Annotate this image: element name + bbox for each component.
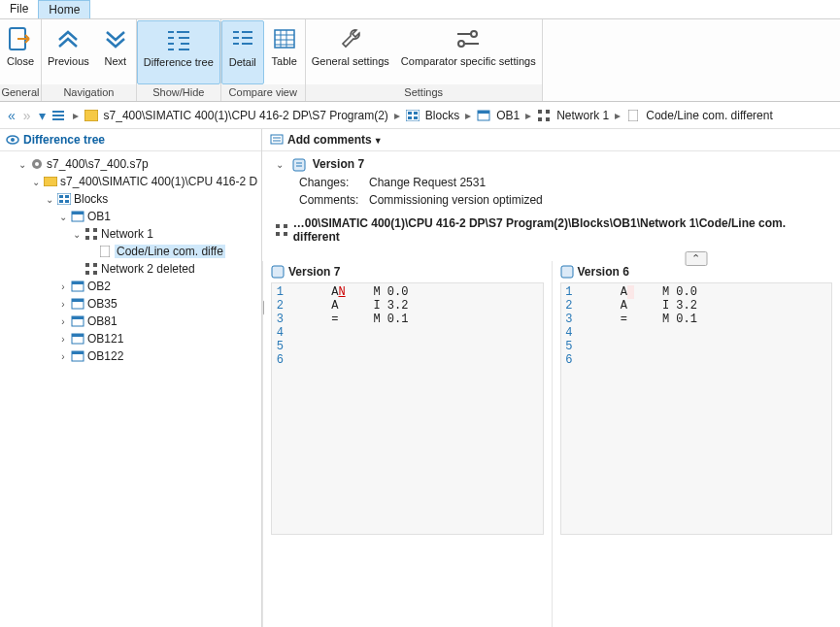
tree-blocks[interactable]: ⌄Blocks [2, 190, 259, 208]
svg-rect-9 [408, 112, 412, 115]
group-compare: Compare view [221, 84, 305, 101]
comments-value: Commissioning version optimized [369, 193, 543, 207]
tree-net2[interactable]: Network 2 deleted [2, 260, 259, 278]
menu-file[interactable]: File [0, 0, 38, 18]
list-icon [51, 109, 65, 122]
crumb-network[interactable]: Network 1 [556, 109, 609, 122]
chevron-down-double-icon [101, 24, 130, 53]
block-icon [70, 297, 85, 311]
svg-rect-57 [272, 266, 284, 278]
crumb-leaf[interactable]: Code/Line com. different [646, 109, 773, 122]
block-icon [70, 332, 85, 346]
tree-net1[interactable]: ⌄Network 1 [2, 225, 259, 243]
previous-button[interactable]: Previous [42, 20, 95, 84]
difference-tree-panel: Difference tree ⌄s7_400\s7_400.s7p ⌄s7_4… [0, 129, 262, 627]
svg-rect-50 [72, 351, 84, 354]
table-button[interactable]: Table [264, 20, 305, 84]
svg-rect-28 [59, 200, 63, 203]
code-left-column: Version 7 1 AN M 0.02 A I 3.23 = M 0.145… [262, 261, 552, 627]
svg-point-3 [458, 41, 464, 47]
code-line: 5 [561, 340, 832, 353]
svg-rect-31 [72, 212, 84, 214]
crumb-blocks[interactable]: Blocks [425, 109, 459, 122]
detail-button[interactable]: Detail [221, 20, 264, 84]
svg-rect-10 [414, 112, 418, 115]
network-icon [84, 227, 99, 241]
svg-rect-7 [84, 110, 98, 121]
changes-label: Changes: [299, 176, 369, 189]
wrench-icon [336, 24, 365, 53]
file-icon [97, 245, 113, 258]
tree-ob122[interactable]: ›OB122 [2, 347, 259, 365]
tree-ob35[interactable]: ›OB35 [2, 295, 259, 313]
details-panel: Add comments▼ ⌄ Version 7 Changes:Change… [262, 129, 840, 627]
drive-icon [29, 157, 45, 171]
svg-rect-5 [52, 115, 64, 116]
group-navigation: Navigation [42, 84, 136, 101]
comment-icon [270, 133, 284, 147]
group-general: General [0, 84, 41, 101]
svg-rect-38 [93, 263, 97, 267]
diff-tree-icon [6, 133, 19, 147]
blocks-icon [56, 192, 72, 206]
blocks-icon [406, 109, 420, 122]
group-settings: Settings [306, 84, 542, 101]
expand-version-button[interactable]: ⌄ [276, 159, 289, 170]
tree-ob81[interactable]: ›OB81 [2, 313, 259, 330]
crumb-ob1[interactable]: OB1 [496, 109, 520, 122]
tree-ob121[interactable]: ›OB121 [2, 330, 259, 347]
tree-icon [164, 25, 193, 54]
version-left-title: Version 7 [313, 157, 364, 171]
nav-back-button[interactable]: « [6, 108, 17, 123]
tree-codeline[interactable]: Code/Line com. diffe [2, 243, 259, 260]
code-left-pane: 1 AN M 0.02 A I 3.23 = M 0.1456 [271, 282, 544, 535]
svg-rect-55 [276, 232, 280, 236]
svg-rect-4 [52, 111, 64, 113]
svg-rect-39 [85, 271, 89, 275]
tree-cpu[interactable]: ⌄s7_400\SIMATIC 400(1)\CPU 416-2 D [2, 173, 259, 190]
block-icon [70, 349, 85, 363]
code-left-title: Version 7 [288, 265, 340, 279]
svg-rect-27 [65, 195, 69, 198]
general-settings-button[interactable]: General settings [306, 20, 395, 84]
code-line: 5 [272, 340, 543, 353]
group-showhide: Show/Hide [137, 84, 220, 101]
nav-dropdown-button[interactable]: ▾ [37, 108, 48, 123]
svg-rect-18 [546, 117, 550, 121]
close-button[interactable]: Close [0, 20, 41, 84]
svg-rect-40 [93, 271, 97, 275]
code-right-pane: 1 A M 0.02 A I 3.23 = M 0.1456 [560, 282, 833, 535]
tree-root[interactable]: ⌄s7_400\s7_400.s7p [2, 155, 259, 173]
tree-ob2[interactable]: ›OB2 [2, 278, 259, 295]
version-icon [560, 265, 574, 279]
menu-home[interactable]: Home [38, 0, 90, 18]
code-line: 4 [272, 326, 543, 340]
svg-rect-58 [561, 266, 573, 278]
project-icon [84, 109, 98, 122]
code-right-title: Version 6 [578, 265, 629, 279]
crumb-root[interactable]: s7_400\SIMATIC 400(1)\CPU 416-2 DP\S7 Pr… [104, 109, 388, 122]
svg-rect-44 [72, 299, 84, 302]
code-line: 3 = M 0.1 [272, 313, 543, 326]
svg-rect-33 [93, 228, 97, 232]
svg-rect-15 [538, 110, 542, 114]
code-right-column: ⌃ Version 6 1 A M 0.02 A I 3.23 = M 0.14… [552, 261, 841, 627]
svg-rect-46 [72, 316, 84, 319]
comparator-settings-button[interactable]: Comparator specific settings [395, 20, 542, 84]
svg-rect-51 [271, 135, 283, 144]
network-icon [84, 262, 99, 276]
next-button[interactable]: Next [95, 20, 136, 84]
block-icon [70, 210, 85, 223]
svg-rect-11 [408, 116, 412, 119]
code-line: 6 [561, 353, 832, 367]
nav-forward-button[interactable]: » [21, 108, 33, 123]
svg-point-2 [471, 31, 477, 37]
svg-rect-37 [85, 263, 89, 267]
code-line: 1 AN M 0.0 [272, 285, 543, 299]
tree-ob1[interactable]: ⌄OB1 [2, 208, 259, 225]
splitter-handle[interactable]: ⌃ [685, 251, 707, 266]
code-line: 3 = M 0.1 [561, 313, 832, 326]
add-comments-button[interactable]: Add comments▼ [287, 133, 383, 147]
svg-rect-25 [57, 193, 71, 205]
difference-tree-button[interactable]: Difference tree [137, 20, 220, 84]
